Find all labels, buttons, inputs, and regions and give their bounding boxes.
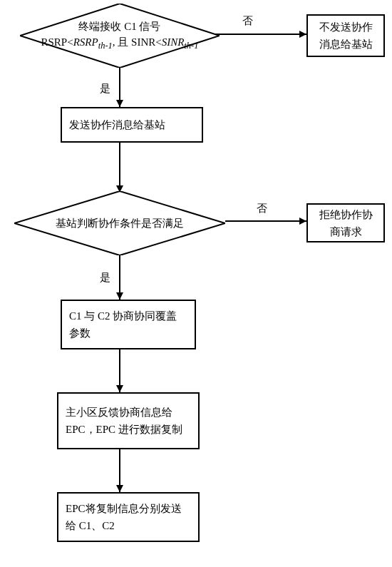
d1-line2: RSRP<RSRPth-1, 且 SINR<SINRth-1 [41,34,199,53]
edge-label-d2-yes: 是 [100,271,110,285]
svg-marker-9 [116,292,123,300]
edge-label-d1-yes: 是 [100,82,110,96]
edge-label-d2-no: 否 [257,202,267,215]
svg-marker-1 [299,31,306,38]
decision-bs-check-text: 基站判断协作条件是否满足 [14,191,225,255]
process-epc-send-text: EPC将复制信息分别发送给 C1、C2 [66,500,191,534]
process-reject-text: 拒绝协作协商请求 [315,206,376,240]
svg-marker-11 [116,385,123,392]
process-send-coop-text: 发送协作消息给基站 [69,116,165,133]
svg-marker-7 [299,218,306,225]
d1-line1: 终端接收 C1 信号 [41,19,199,35]
process-feedback-epc-text: 主小区反馈协商信息给EPC，EPC 进行数据复制 [66,404,191,438]
decision-bs-check: 基站判断协作条件是否满足 [14,191,225,255]
process-no-send-text: 不发送协作消息给基站 [315,19,376,53]
decision-terminal-signal: 终端接收 C1 信号 RSRP<RSRPth-1, 且 SINR<SINRth-… [20,4,220,68]
flowchart-canvas: 终端接收 C1 信号 RSRP<RSRPth-1, 且 SINR<SINRth-… [0,0,392,567]
process-no-send: 不发送协作消息给基站 [306,14,385,57]
process-c1c2-negotiate: C1 与 C2 协商协同覆盖参数 [61,300,196,349]
svg-marker-13 [116,485,123,492]
edge-label-d1-no: 否 [242,14,253,28]
process-c1c2-negotiate-text: C1 与 C2 协商协同覆盖参数 [69,307,187,342]
process-feedback-epc: 主小区反馈协商信息给EPC，EPC 进行数据复制 [57,392,200,449]
decision-terminal-signal-text: 终端接收 C1 信号 RSRP<RSRPth-1, 且 SINR<SINRth-… [20,4,220,68]
process-epc-send: EPC将复制信息分别发送给 C1、C2 [57,492,200,542]
connectors [0,0,392,567]
process-send-coop: 发送协作消息给基站 [61,107,203,143]
process-reject: 拒绝协作协商请求 [306,203,385,242]
svg-marker-3 [116,100,123,107]
